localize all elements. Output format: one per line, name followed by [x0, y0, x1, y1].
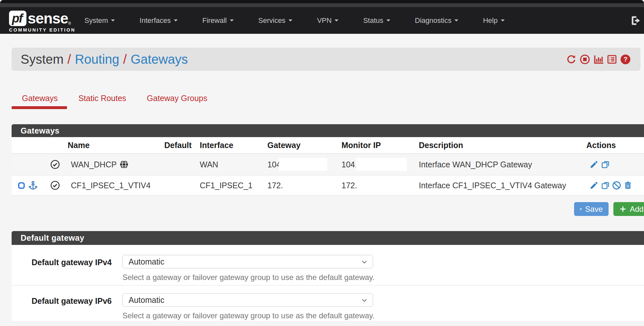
menu-system[interactable]: System — [72, 7, 127, 34]
default-gateway-ipv4-label: Default gateway IPv4 — [32, 258, 112, 267]
tab-gateway-groups[interactable]: Gateway Groups — [137, 93, 218, 104]
default-gateway-ipv6-select[interactable]: Automatic — [122, 293, 373, 307]
brand-subtitle: COMMUNITY EDITION — [9, 27, 75, 33]
monitor-ip: 104. — [338, 154, 416, 175]
chevron-down-icon — [174, 19, 178, 22]
copy-icon[interactable] — [601, 181, 610, 190]
default-gateway-panel: Default gateway Default gateway IPv4 Aut… — [12, 231, 644, 321]
gateway-description: Interface WAN_DHCP Gateway — [416, 154, 583, 175]
check-circle-icon — [50, 181, 60, 190]
col-actions: Actions — [583, 141, 644, 150]
ban-icon[interactable] — [612, 181, 621, 190]
menu-firewall[interactable]: Firewall — [190, 7, 246, 34]
save-button[interactable]: Save — [574, 202, 609, 216]
active-tab-indicator — [12, 106, 67, 109]
page-toolbar: ? — [566, 48, 631, 71]
pfsense-logo-tile: pf — [9, 11, 26, 26]
ipv6-help-text: Select a gateway or failover gateway gro… — [122, 311, 375, 320]
gateway-default — [161, 175, 197, 195]
menu-status[interactable]: Status — [351, 7, 402, 34]
brand-name: sense — [28, 11, 68, 26]
default-gateway-ipv4-select[interactable]: Automatic — [122, 255, 373, 268]
gateway-default — [161, 154, 197, 175]
default-gateway-ipv6-label: Default gateway IPv6 — [32, 296, 112, 306]
gateway-address: 172. — [264, 175, 338, 195]
chevron-down-icon — [501, 19, 505, 22]
col-gateway: Gateway — [264, 141, 338, 150]
form-row-ipv4: Default gateway IPv4 Automatic Select a … — [12, 245, 644, 285]
form-row-ipv6: Default gateway IPv6 Automatic Select a … — [12, 285, 644, 321]
gateway-description: Interface CF1_IPSEC_1_VTIV4 Gateway — [416, 175, 583, 195]
gateway-interface: CF1_IPSEC_1 — [197, 175, 264, 195]
col-description: Description — [416, 141, 583, 150]
window-title-strip — [0, 3, 644, 7]
menu-diagnostics[interactable]: Diagnostics — [403, 7, 471, 34]
check-circle-icon — [50, 160, 60, 169]
main-menu: System Interfaces Firewall Services VPN … — [72, 7, 517, 34]
row-actions — [583, 175, 644, 195]
chevron-down-icon — [334, 19, 339, 22]
globe-icon — [120, 160, 129, 169]
anchor-icon — [28, 181, 38, 191]
table-row-wan-dhcp: WAN_DHCP WAN 104. 104. Interface WAN_DHC… — [12, 154, 644, 175]
gateways-panel: Gateways Name Default Interface Gateway … — [12, 124, 644, 196]
bar-chart-icon[interactable] — [593, 54, 604, 65]
monitor-ip: 172. — [338, 175, 416, 195]
stop-circle-icon[interactable] — [580, 54, 590, 65]
gateways-panel-title: Gateways — [12, 124, 644, 137]
breadcrumb-separator: / — [123, 52, 127, 67]
add-button[interactable]: Add — [613, 202, 644, 216]
gateway-name: WAN_DHCP — [64, 154, 161, 175]
row-flags — [12, 154, 48, 175]
col-default: Default — [161, 141, 197, 150]
trash-icon[interactable] — [623, 181, 632, 190]
edit-icon[interactable] — [590, 181, 599, 190]
table-row-cf1-ipsec: CF1_IPSEC_1_VTIV4 CF1_IPSEC_1 172. 172. … — [12, 175, 644, 196]
default-gateway-panel-title: Default gateway — [12, 231, 644, 245]
save-icon — [580, 205, 582, 213]
chevron-down-icon — [360, 258, 368, 266]
pfsense-logo[interactable]: pf sense ® COMMUNITY EDITION — [9, 10, 75, 33]
chevron-down-icon — [288, 19, 293, 22]
col-name: Name — [64, 141, 161, 150]
chevron-down-icon — [454, 19, 458, 22]
chevron-down-icon — [230, 19, 234, 22]
redaction-box — [279, 158, 327, 171]
gateway-status — [48, 154, 64, 175]
square-outline-icon — [17, 182, 25, 190]
routing-tabs: Gateways Static Routes Gateway Groups — [12, 93, 217, 104]
menu-interfaces[interactable]: Interfaces — [127, 7, 190, 34]
svg-text:?: ? — [623, 56, 627, 63]
col-monitor-ip: Monitor IP — [338, 141, 416, 150]
menu-vpn[interactable]: VPN — [305, 7, 351, 34]
row-actions — [583, 154, 644, 175]
redaction-box — [356, 158, 407, 171]
chevron-down-icon — [386, 19, 390, 22]
refresh-icon[interactable] — [566, 54, 577, 65]
gateway-name: CF1_IPSEC_1_VTIV4 — [64, 175, 161, 195]
breadcrumb-root: System — [21, 52, 63, 67]
breadcrumb-link-gateways[interactable]: Gateways — [130, 52, 188, 67]
ipv4-help-text: Select a gateway or failover gateway gro… — [122, 273, 375, 282]
copy-icon[interactable] — [601, 160, 610, 169]
registered-mark: ® — [68, 21, 71, 26]
chevron-down-icon — [111, 19, 115, 22]
breadcrumb-link-routing[interactable]: Routing — [75, 52, 119, 67]
log-list-icon[interactable] — [607, 54, 617, 65]
help-circle-icon[interactable]: ? — [620, 54, 631, 65]
gateway-interface: WAN — [197, 154, 264, 175]
sign-out-icon[interactable] — [630, 15, 641, 26]
gateway-address: 104. — [264, 154, 338, 175]
edit-icon[interactable] — [590, 160, 599, 169]
plus-icon — [619, 205, 627, 213]
top-navbar: pf sense ® COMMUNITY EDITION System Inte… — [0, 7, 644, 34]
tab-gateways[interactable]: Gateways — [12, 93, 68, 104]
row-flags — [12, 175, 48, 195]
menu-help[interactable]: Help — [471, 7, 517, 34]
breadcrumb-bar: System / Routing / Gateways ? — [12, 48, 640, 71]
gateways-table-header: Name Default Interface Gateway Monitor I… — [12, 137, 644, 154]
tab-static-routes[interactable]: Static Routes — [68, 93, 137, 104]
menu-services[interactable]: Services — [246, 7, 305, 34]
col-interface: Interface — [197, 141, 264, 150]
breadcrumb: System / Routing / Gateways — [21, 48, 188, 71]
